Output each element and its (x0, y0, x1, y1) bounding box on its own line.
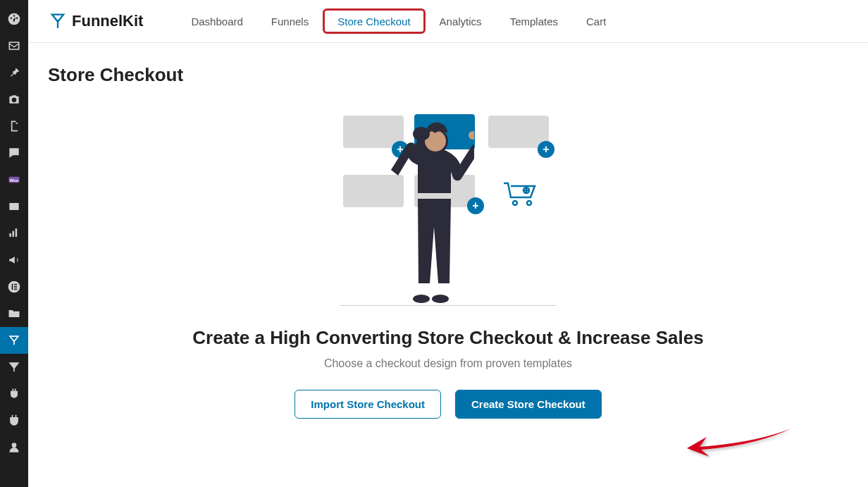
sidebar-elementor-icon[interactable] (0, 273, 28, 300)
sidebar-folder-icon[interactable] (0, 300, 28, 327)
hero-section: + + + Create a High Converting Stor (48, 114, 848, 419)
page-title: Store Checkout (48, 64, 848, 86)
sidebar-plugins-icon[interactable] (0, 381, 28, 407)
cart-icon (501, 179, 539, 210)
svg-rect-2 (9, 203, 18, 210)
sidebar-analytics-icon[interactable] (0, 220, 28, 247)
tab-analytics[interactable]: Analytics (426, 8, 496, 34)
svg-rect-5 (14, 284, 17, 285)
sidebar-camera-icon[interactable] (0, 86, 28, 113)
tab-templates[interactable]: Templates (496, 8, 572, 34)
hero-illustration: + + + (340, 114, 556, 306)
person-illustration (383, 114, 474, 306)
sidebar-pin-icon[interactable] (0, 59, 28, 86)
sidebar-pages-icon[interactable] (0, 113, 28, 140)
tab-store-checkout[interactable]: Store Checkout (323, 8, 425, 34)
sidebar-dashboard-icon[interactable] (0, 6, 28, 32)
svg-point-13 (413, 127, 430, 141)
svg-point-15 (432, 295, 449, 303)
tab-cart[interactable]: Cart (572, 8, 620, 34)
svg-point-8 (12, 443, 17, 448)
svg-point-10 (527, 201, 531, 205)
sidebar-marketing-icon[interactable] (0, 247, 28, 273)
svg-point-9 (513, 201, 517, 205)
svg-rect-4 (12, 284, 13, 290)
svg-point-14 (413, 295, 430, 303)
plus-icon: + (538, 141, 554, 158)
nav-tabs: Dashboard Funnels Store Checkout Analyti… (177, 0, 620, 42)
sidebar-users-icon[interactable] (0, 434, 28, 461)
sidebar-funnelkit-icon[interactable] (0, 327, 28, 354)
svg-text:Woo: Woo (10, 178, 19, 183)
button-row: Import Store Checkout Create Store Check… (294, 390, 601, 419)
funnelkit-logo-icon (48, 11, 68, 31)
create-store-checkout-button[interactable]: Create Store Checkout (455, 390, 602, 419)
tab-funnels[interactable]: Funnels (257, 8, 323, 34)
svg-rect-7 (14, 289, 17, 290)
sidebar-comments-icon[interactable] (0, 140, 28, 166)
svg-point-16 (469, 131, 474, 140)
hero-subtitle: Choose a checkout design from proven tem… (324, 357, 572, 370)
sidebar-woo-icon[interactable]: Woo (0, 166, 28, 193)
top-nav: FunnelKit Dashboard Funnels Store Checko… (28, 0, 868, 43)
content: Store Checkout + + + (28, 43, 868, 440)
svg-rect-6 (14, 286, 17, 288)
brand-logo[interactable]: FunnelKit (48, 11, 143, 31)
sidebar-mail-icon[interactable] (0, 32, 28, 59)
import-store-checkout-button[interactable]: Import Store Checkout (294, 390, 441, 419)
main-area: FunnelKit Dashboard Funnels Store Checko… (28, 0, 868, 487)
wp-admin-sidebar: Woo (0, 0, 28, 487)
tab-dashboard[interactable]: Dashboard (177, 8, 256, 34)
hero-title: Create a High Converting Store Checkout … (192, 327, 703, 349)
sidebar-funnelkit-alt-icon[interactable] (0, 354, 28, 381)
sidebar-card-icon[interactable] (0, 193, 28, 220)
brand-name: FunnelKit (72, 12, 143, 30)
sidebar-plugin-alt-icon[interactable] (0, 407, 28, 434)
